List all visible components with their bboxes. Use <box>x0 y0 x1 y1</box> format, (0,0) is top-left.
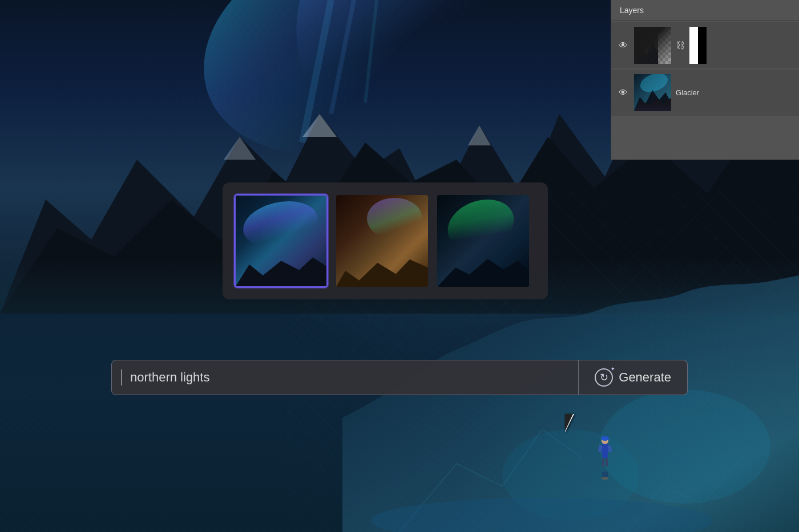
generated-images-panel <box>223 182 548 299</box>
svg-point-23 <box>602 477 608 480</box>
generate-button-label: Generate <box>619 370 671 385</box>
generated-image-2-preview <box>336 195 428 287</box>
eye-icon-2: 👁 <box>619 88 628 98</box>
layer-item-2[interactable]: 👁 Glacier <box>611 70 799 116</box>
eye-icon-1: 👁 <box>619 40 628 51</box>
svg-rect-15 <box>602 444 608 458</box>
layer-2-thumb-svg <box>634 74 671 111</box>
layer-1-thumbnail <box>634 27 671 64</box>
layer-2-visibility-toggle[interactable]: 👁 <box>617 87 629 99</box>
svg-rect-19 <box>606 458 608 466</box>
svg-rect-18 <box>602 458 604 466</box>
layer-1-chain-icon: ⛓ <box>676 40 685 51</box>
layer-2-name: Glacier <box>676 88 793 97</box>
generated-image-3-preview <box>437 195 529 287</box>
generated-image-2[interactable] <box>335 194 429 288</box>
layers-panel-header: Layers <box>611 0 799 21</box>
generated-image-1-preview <box>236 196 326 286</box>
layer-1-thumb-svg <box>634 27 671 64</box>
svg-rect-22 <box>602 472 608 477</box>
generated-image-1[interactable] <box>234 194 328 288</box>
prompt-input-text: northern lights <box>130 370 209 385</box>
layers-panel-title: Layers <box>620 6 644 15</box>
mouse-cursor <box>565 414 580 432</box>
layer-1-mask-thumbnail <box>689 27 707 64</box>
layer-item-1[interactable]: 👁 ⛓ <box>611 22 799 68</box>
prompt-bar: northern lights Generate <box>111 360 688 395</box>
prompt-input-wrapper[interactable]: northern lights <box>111 360 579 395</box>
text-cursor <box>121 369 122 385</box>
generate-button[interactable]: Generate <box>579 360 688 395</box>
svg-marker-30 <box>634 41 658 64</box>
layer-2-thumbnail <box>634 74 671 111</box>
generated-image-3[interactable] <box>436 194 530 288</box>
svg-rect-28 <box>634 27 671 64</box>
generate-icon <box>595 368 613 387</box>
svg-point-17 <box>601 436 609 441</box>
layer-1-visibility-toggle[interactable]: 👁 <box>617 39 629 52</box>
layers-panel: Layers 👁 ⛓ <box>611 0 799 160</box>
svg-rect-29 <box>634 27 658 64</box>
